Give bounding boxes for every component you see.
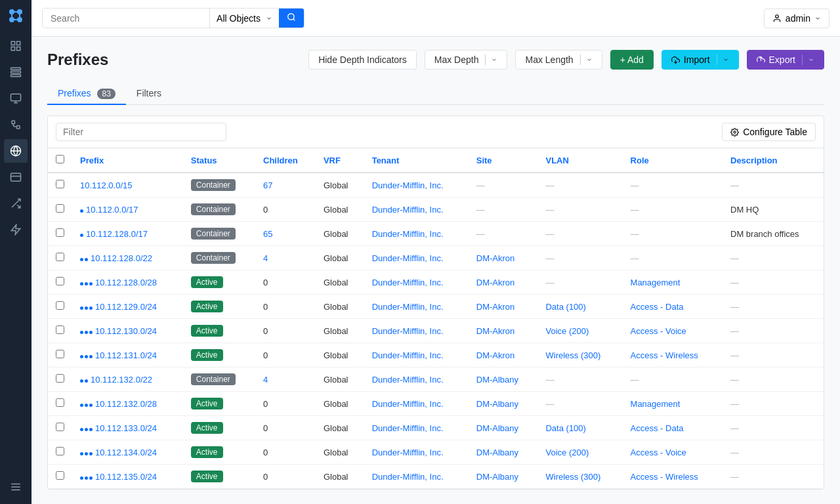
- tenant-link[interactable]: Dunder-Mifflin, Inc.: [372, 350, 444, 360]
- tenant-link[interactable]: Dunder-Mifflin, Inc.: [372, 205, 444, 215]
- sidebar-item-ipam[interactable]: [4, 139, 28, 163]
- role-link[interactable]: Access - Wireless: [631, 472, 698, 482]
- site-link[interactable]: DM-Albany: [476, 399, 518, 409]
- col-children[interactable]: Children: [255, 148, 316, 173]
- tenant-link[interactable]: Dunder-Mifflin, Inc.: [372, 448, 444, 457]
- tenant-link[interactable]: Dunder-Mifflin, Inc.: [372, 423, 444, 433]
- tenant-link[interactable]: Dunder-Mifflin, Inc.: [372, 253, 444, 263]
- row-checkbox[interactable]: [56, 398, 64, 407]
- row-checkbox[interactable]: [56, 447, 64, 455]
- max-length-button[interactable]: Max Length: [515, 50, 602, 70]
- prefix-link[interactable]: 10.112.128.0/22: [91, 253, 152, 263]
- site-link[interactable]: DM-Albany: [476, 423, 518, 433]
- vlan-link[interactable]: Data (100): [545, 302, 585, 312]
- sidebar-item-circuits[interactable]: [4, 192, 28, 215]
- prefix-link[interactable]: 10.112.128.0/28: [95, 278, 157, 287]
- tenant-link[interactable]: Dunder-Mifflin, Inc.: [372, 326, 444, 336]
- tenant-link[interactable]: Dunder-Mifflin, Inc.: [372, 399, 444, 409]
- col-role[interactable]: Role: [623, 148, 723, 173]
- prefix-link[interactable]: 10.112.135.0/24: [95, 472, 157, 482]
- col-vrf[interactable]: VRF: [316, 148, 364, 173]
- role-link[interactable]: Access - Voice: [631, 448, 686, 457]
- prefix-link[interactable]: 10.112.129.0/24: [95, 302, 157, 312]
- import-button[interactable]: Import: [662, 50, 739, 70]
- hide-depth-button[interactable]: Hide Depth Indicators: [308, 50, 417, 70]
- tenant-link[interactable]: Dunder-Mifflin, Inc.: [372, 375, 444, 385]
- vlan-link[interactable]: Wireless (300): [545, 350, 600, 360]
- sidebar-item-other[interactable]: [4, 475, 28, 499]
- app-logo[interactable]: [5, 5, 26, 26]
- sidebar-item-rack[interactable]: [4, 60, 28, 84]
- search-scope-button[interactable]: All Objects: [209, 9, 279, 28]
- col-tenant[interactable]: Tenant: [364, 148, 469, 173]
- col-prefix[interactable]: Prefix: [72, 148, 183, 173]
- prefix-link[interactable]: 10.112.0.0/17: [86, 205, 138, 215]
- tab-filters[interactable]: Filters: [126, 83, 172, 105]
- children-link[interactable]: 4: [263, 253, 268, 263]
- col-status[interactable]: Status: [183, 148, 255, 173]
- site-link[interactable]: DM-Akron: [476, 302, 515, 312]
- sidebar-item-power[interactable]: [4, 218, 28, 242]
- children-link[interactable]: 65: [263, 229, 272, 239]
- vlan-link[interactable]: Voice (200): [545, 326, 589, 336]
- site-link[interactable]: DM-Akron: [476, 326, 515, 336]
- prefix-link[interactable]: 10.112.131.0/24: [95, 350, 157, 360]
- prefix-link[interactable]: 10.112.132.0/28: [95, 399, 157, 409]
- export-button[interactable]: Export: [747, 50, 824, 70]
- max-depth-button[interactable]: Max Depth: [425, 50, 508, 70]
- sidebar-item-devices[interactable]: [4, 87, 28, 110]
- row-checkbox[interactable]: [56, 301, 64, 310]
- site-link[interactable]: DM-Akron: [476, 253, 515, 263]
- prefix-link[interactable]: 10.112.130.0/24: [95, 326, 157, 336]
- role-link[interactable]: Management: [631, 278, 681, 287]
- tenant-link[interactable]: Dunder-Mifflin, Inc.: [372, 278, 444, 287]
- row-checkbox[interactable]: [56, 471, 64, 480]
- configure-table-button[interactable]: Configure Table: [722, 123, 816, 141]
- prefix-link[interactable]: 10.112.132.0/22: [91, 375, 152, 385]
- sidebar-item-virtualization[interactable]: [4, 165, 28, 189]
- search-button[interactable]: [279, 9, 304, 28]
- vlan-link[interactable]: Wireless (300): [545, 472, 600, 482]
- role-link[interactable]: Access - Wireless: [631, 350, 698, 360]
- row-checkbox[interactable]: [56, 180, 64, 188]
- vlan-link[interactable]: Voice (200): [545, 448, 589, 457]
- col-vlan[interactable]: VLAN: [537, 148, 622, 173]
- tenant-link[interactable]: Dunder-Mifflin, Inc.: [372, 229, 444, 239]
- children-link[interactable]: 4: [263, 375, 268, 385]
- select-all-checkbox[interactable]: [56, 155, 64, 163]
- site-link[interactable]: DM-Akron: [476, 350, 515, 360]
- row-checkbox[interactable]: [56, 326, 64, 334]
- tab-prefixes[interactable]: Prefixes 83: [47, 83, 126, 105]
- prefix-link[interactable]: 10.112.128.0/17: [86, 229, 148, 239]
- row-checkbox[interactable]: [56, 277, 64, 285]
- admin-button[interactable]: admin: [764, 9, 830, 28]
- tenant-link[interactable]: Dunder-Mifflin, Inc.: [372, 180, 444, 190]
- sidebar-item-dashboard[interactable]: [4, 34, 28, 58]
- add-button[interactable]: + Add: [610, 50, 654, 70]
- row-checkbox[interactable]: [56, 374, 64, 383]
- row-checkbox[interactable]: [56, 350, 64, 358]
- sidebar-item-connections[interactable]: [4, 113, 28, 136]
- row-checkbox[interactable]: [56, 204, 64, 213]
- vlan-link[interactable]: Data (100): [545, 423, 585, 433]
- tenant-link[interactable]: Dunder-Mifflin, Inc.: [372, 472, 444, 482]
- col-site[interactable]: Site: [469, 148, 538, 173]
- search-input[interactable]: [43, 9, 209, 28]
- row-checkbox[interactable]: [56, 228, 64, 237]
- role-link[interactable]: Access - Data: [631, 423, 684, 433]
- col-description[interactable]: Description: [723, 148, 824, 173]
- site-link[interactable]: DM-Akron: [476, 278, 515, 287]
- row-checkbox[interactable]: [56, 423, 64, 431]
- prefix-link[interactable]: 10.112.133.0/24: [95, 423, 157, 433]
- prefix-link[interactable]: 10.112.134.0/24: [95, 448, 157, 457]
- role-link[interactable]: Access - Voice: [631, 326, 686, 336]
- filter-input[interactable]: [56, 123, 226, 141]
- prefix-link[interactable]: 10.112.0.0/15: [80, 180, 133, 190]
- site-link[interactable]: DM-Albany: [476, 375, 518, 385]
- role-link[interactable]: Management: [631, 399, 681, 409]
- role-link[interactable]: Access - Data: [631, 302, 684, 312]
- site-link[interactable]: DM-Albany: [476, 448, 518, 457]
- tenant-link[interactable]: Dunder-Mifflin, Inc.: [372, 302, 444, 312]
- children-link[interactable]: 67: [263, 180, 272, 190]
- site-link[interactable]: DM-Albany: [476, 472, 518, 482]
